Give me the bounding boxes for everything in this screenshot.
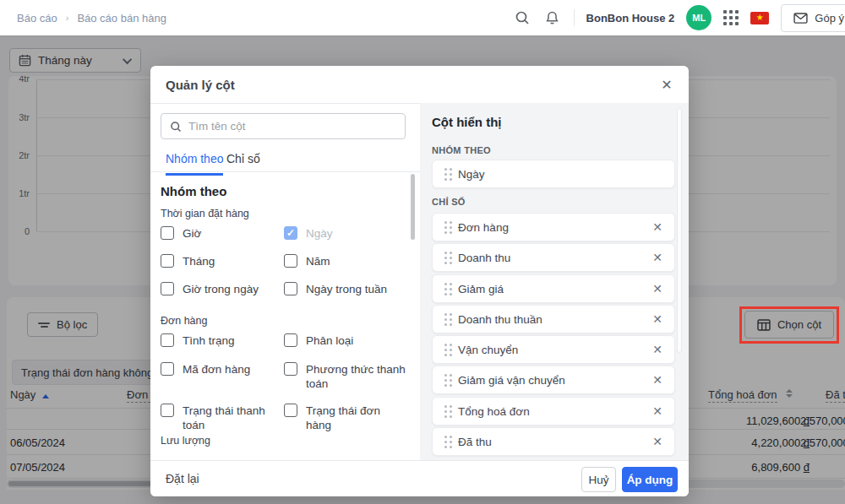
section-title: Nhóm theo bbox=[161, 184, 226, 198]
visible-columns-title: Cột hiển thị bbox=[432, 115, 502, 129]
metrics-label: CHỈ SỐ bbox=[432, 197, 466, 207]
group-by-label: NHÓM THEO bbox=[432, 145, 491, 155]
column-card[interactable]: Giảm giá vận chuyển✕ bbox=[432, 366, 675, 394]
drag-handle-icon[interactable] bbox=[444, 313, 447, 316]
remove-icon[interactable]: ✕ bbox=[652, 251, 662, 264]
drag-handle-icon[interactable] bbox=[444, 221, 447, 224]
drag-handle-icon[interactable] bbox=[444, 374, 447, 377]
column-card[interactable]: Tổng hoá đơn✕ bbox=[432, 397, 675, 425]
breadcrumb-reports[interactable]: Báo cáo bbox=[17, 12, 57, 24]
column-card[interactable]: Doanh thu✕ bbox=[432, 243, 675, 272]
choose-columns-highlight bbox=[739, 306, 839, 344]
feedback-button[interactable]: Góp ý bbox=[781, 4, 845, 32]
top-bar: Báo cáo › Báo cáo bán hàng BonBon House … bbox=[0, 0, 845, 35]
visible-columns-panel: Cột hiển thị NHÓM THEO Ngày CHỈ SỐ Đơn h… bbox=[420, 103, 689, 460]
group-label-traffic: Lưu lượng bbox=[161, 435, 210, 447]
checkbox-trang-thai-don-hang[interactable]: Trạng thái đơn hàng bbox=[284, 404, 407, 432]
cancel-button[interactable]: Huỷ bbox=[581, 467, 616, 492]
remove-icon[interactable]: ✕ bbox=[652, 435, 662, 448]
remove-icon[interactable]: ✕ bbox=[652, 404, 662, 418]
column-search[interactable] bbox=[161, 113, 406, 139]
search-icon[interactable] bbox=[513, 8, 532, 27]
left-panel-scrollbar[interactable] bbox=[411, 174, 415, 240]
checkbox-phuong-thuc-thanh-toan[interactable]: Phương thức thanh toán bbox=[284, 362, 407, 391]
notification-bell-icon[interactable] bbox=[543, 8, 562, 27]
column-card[interactable]: Doanh thu thuần✕ bbox=[432, 305, 675, 333]
avatar[interactable]: ML bbox=[686, 5, 711, 30]
drag-handle-icon[interactable] bbox=[444, 405, 447, 408]
group-label-order-time: Thời gian đặt hàng bbox=[161, 208, 249, 219]
group-label-orders: Đơn hàng bbox=[161, 315, 207, 327]
right-panel-scrollbar[interactable] bbox=[677, 108, 682, 353]
reset-button[interactable]: Đặt lại bbox=[166, 472, 199, 485]
column-card-ngay[interactable]: Ngày bbox=[432, 160, 675, 188]
remove-icon[interactable]: ✕ bbox=[652, 312, 662, 326]
search-icon bbox=[170, 121, 182, 133]
checkbox-nam[interactable]: Năm bbox=[284, 254, 407, 268]
vietnam-flag-icon[interactable]: ★ bbox=[750, 12, 769, 24]
column-search-input[interactable] bbox=[188, 120, 396, 133]
drag-handle-icon[interactable] bbox=[444, 168, 447, 171]
breadcrumb-separator: › bbox=[66, 13, 69, 23]
checkbox-ngay-trong-tuan[interactable]: Ngày trong tuần bbox=[284, 282, 407, 296]
drag-handle-icon[interactable] bbox=[444, 344, 447, 346]
breadcrumb: Báo cáo › Báo cáo bán hàng bbox=[17, 0, 166, 35]
column-card[interactable]: Đơn hàng✕ bbox=[432, 213, 675, 241]
column-card[interactable]: Vận chuyển✕ bbox=[432, 335, 675, 364]
apps-grid-icon[interactable] bbox=[723, 10, 739, 25]
store-name[interactable]: BonBon House 2 bbox=[586, 12, 675, 24]
drag-handle-icon[interactable] bbox=[444, 436, 447, 438]
checkbox-thang[interactable]: Tháng bbox=[161, 254, 284, 268]
checkbox-phan-loai[interactable]: Phân loại bbox=[284, 333, 407, 348]
drag-handle-icon[interactable] bbox=[444, 283, 447, 285]
checkbox-trang-thai-thanh-toan[interactable]: Trạng thái thanh toán bbox=[161, 404, 284, 432]
checkbox-ngay[interactable]: Ngày bbox=[284, 226, 407, 241]
modal-title: Quản lý cột bbox=[166, 78, 235, 92]
breadcrumb-sales-report[interactable]: Báo cáo bán hàng bbox=[77, 12, 166, 24]
drag-handle-icon[interactable] bbox=[444, 252, 447, 254]
checkbox-tinh-trang[interactable]: Tình trạng bbox=[161, 333, 284, 348]
divider bbox=[574, 9, 575, 26]
close-icon[interactable]: ✕ bbox=[657, 74, 677, 95]
checkbox-ma-don-hang[interactable]: Mã đơn hàng bbox=[161, 362, 284, 377]
envelope-icon bbox=[793, 13, 808, 24]
remove-icon[interactable]: ✕ bbox=[652, 343, 662, 356]
remove-icon[interactable]: ✕ bbox=[652, 373, 662, 387]
remove-icon[interactable]: ✕ bbox=[652, 282, 662, 295]
column-manager-modal: Quản lý cột ✕ Nhóm theo Chỉ số Nhóm theo… bbox=[150, 66, 689, 496]
column-card[interactable]: Đã thu✕ bbox=[432, 427, 675, 456]
remove-icon[interactable]: ✕ bbox=[652, 220, 662, 234]
column-card[interactable]: Giảm giá✕ bbox=[432, 274, 675, 303]
modal-footer: Đặt lại Huỷ Áp dụng bbox=[150, 460, 689, 496]
tab-metrics[interactable]: Chỉ số bbox=[226, 152, 260, 173]
checkbox-gio-trong-ngay[interactable]: Giờ trong ngày bbox=[161, 282, 284, 296]
apply-button[interactable]: Áp dụng bbox=[622, 467, 678, 492]
checkbox-gio[interactable]: Giờ bbox=[161, 226, 284, 241]
